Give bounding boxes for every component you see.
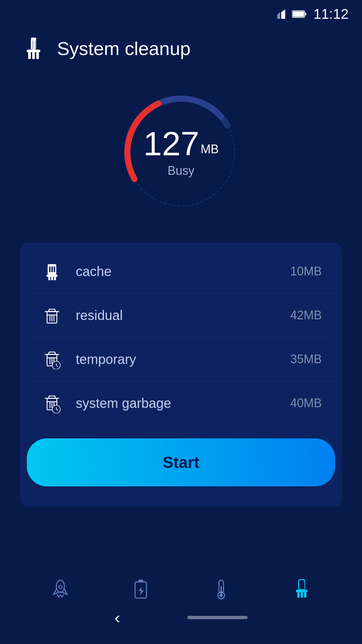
nav-item-cleanup[interactable]	[283, 574, 320, 604]
svg-rect-3	[305, 13, 306, 15]
back-button[interactable]: ‹	[115, 608, 120, 627]
signal-icon	[275, 9, 285, 19]
svg-marker-1	[277, 12, 280, 19]
system-garbage-label: system garbage	[76, 396, 290, 411]
system-garbage-item[interactable]: system garbage 40MB	[27, 381, 335, 425]
content-card: cache 10MB residual 42MB	[20, 243, 342, 506]
nav-item-boost[interactable]	[42, 574, 79, 604]
svg-rect-6	[27, 50, 40, 52]
gauge-value: 127	[143, 125, 199, 162]
nav-item-battery[interactable]	[122, 574, 159, 604]
nav-item-temperature[interactable]	[203, 574, 240, 604]
svg-point-52	[56, 580, 64, 592]
cache-item[interactable]: cache 10MB	[27, 250, 335, 293]
cache-size: 10MB	[290, 264, 322, 278]
cache-icon	[40, 260, 64, 283]
svg-rect-7	[28, 52, 31, 59]
svg-rect-8	[32, 52, 35, 59]
svg-rect-21	[47, 274, 58, 277]
svg-rect-24	[54, 277, 56, 280]
app-icon	[20, 35, 47, 62]
cache-label: cache	[76, 264, 290, 279]
residual-size: 42MB	[290, 308, 322, 322]
gauge-label: Busy	[143, 164, 219, 178]
svg-rect-63	[301, 592, 303, 598]
svg-rect-12	[35, 40, 36, 50]
svg-rect-4	[293, 11, 304, 17]
status-bar: 11:12	[0, 0, 362, 28]
bottom-nav	[0, 567, 362, 610]
temporary-label: temporary	[76, 352, 290, 367]
svg-rect-9	[36, 52, 39, 59]
svg-point-59	[220, 594, 223, 597]
svg-rect-10	[29, 40, 31, 50]
start-button[interactable]: Start	[27, 438, 335, 486]
nav-bar: ‹	[115, 608, 248, 627]
svg-rect-20	[54, 266, 55, 272]
gauge-container: 127MB Busy	[117, 89, 245, 216]
residual-icon	[40, 304, 64, 327]
svg-rect-22	[48, 277, 50, 280]
svg-rect-11	[32, 40, 34, 50]
temporary-size: 35MB	[290, 352, 322, 366]
residual-item[interactable]: residual 42MB	[27, 293, 335, 337]
svg-rect-61	[296, 590, 307, 592]
gauge-unit: MB	[200, 142, 219, 156]
svg-rect-64	[304, 592, 306, 598]
svg-point-53	[59, 585, 62, 589]
app-header: System cleanup	[0, 28, 362, 75]
gauge-section: 127MB Busy	[0, 89, 362, 216]
svg-rect-62	[297, 592, 300, 598]
page-title: System cleanup	[57, 38, 190, 59]
svg-rect-18	[49, 266, 50, 272]
svg-rect-55	[138, 580, 143, 582]
svg-rect-23	[51, 277, 53, 280]
status-time: 11:12	[313, 6, 349, 22]
residual-label: residual	[76, 308, 290, 323]
battery-icon	[292, 10, 307, 18]
temporary-item[interactable]: temporary 35MB	[27, 337, 335, 381]
svg-marker-0	[281, 9, 285, 19]
svg-rect-19	[51, 266, 53, 272]
home-indicator[interactable]	[187, 616, 247, 619]
temporary-icon	[40, 347, 64, 371]
system-garbage-size: 40MB	[290, 396, 322, 410]
system-garbage-icon	[40, 391, 64, 415]
gauge-center: 127MB Busy	[143, 127, 219, 178]
